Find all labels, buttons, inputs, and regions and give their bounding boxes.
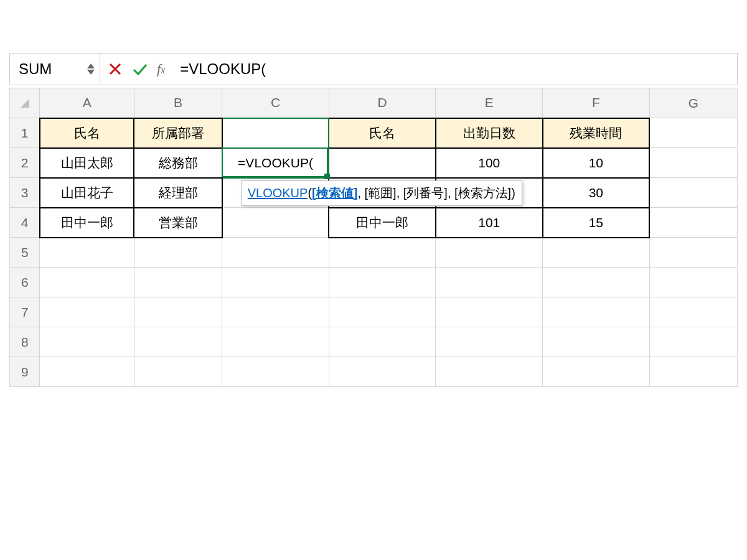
cell-B7[interactable] — [134, 297, 222, 327]
spreadsheet: A B C D E F G 1 氏名 所属部署 氏名 出勤日数 残業時間 2 山… — [9, 88, 738, 387]
cell-F4[interactable]: 15 — [543, 208, 650, 238]
name-box-value: SUM — [19, 60, 52, 78]
formula-input[interactable]: =VLOOKUP( — [174, 54, 737, 85]
cell-A2[interactable]: 山田太郎 — [40, 148, 134, 178]
row-header-7[interactable]: 7 — [10, 297, 40, 327]
cell-B1[interactable]: 所属部署 — [134, 118, 222, 148]
name-box-stepper[interactable] — [87, 63, 95, 75]
cell-A9[interactable] — [40, 357, 134, 387]
cell-C8[interactable] — [222, 327, 329, 357]
cell-E7[interactable] — [436, 297, 543, 327]
cell-G8[interactable] — [649, 327, 737, 357]
cell-F3[interactable]: 30 — [543, 178, 650, 208]
cell-F2[interactable]: 10 — [543, 148, 650, 178]
col-header-A[interactable]: A — [40, 88, 134, 118]
col-header-D[interactable]: D — [329, 88, 436, 118]
cell-A5[interactable] — [40, 238, 134, 268]
cell-F7[interactable] — [543, 297, 650, 327]
cell-B8[interactable] — [134, 327, 222, 357]
svg-marker-2 — [21, 99, 29, 108]
cell-D6[interactable] — [329, 268, 436, 297]
cell-D1[interactable]: 氏名 — [329, 118, 436, 148]
cell-G5[interactable] — [649, 238, 737, 268]
cell-C7[interactable] — [222, 297, 329, 327]
tooltip-arg-3: [列番号] — [403, 186, 448, 200]
cell-D4[interactable]: 田中一郎 — [329, 208, 436, 238]
cell-G4[interactable] — [649, 208, 737, 238]
cell-C1[interactable] — [222, 118, 329, 148]
col-header-C[interactable]: C — [222, 88, 329, 118]
cell-G3[interactable] — [649, 178, 737, 208]
cell-F6[interactable] — [543, 268, 650, 297]
col-header-G[interactable]: G — [649, 88, 737, 118]
cell-D5[interactable] — [329, 238, 436, 268]
svg-marker-1 — [87, 70, 95, 75]
row-header-8[interactable]: 8 — [10, 327, 40, 357]
tooltip-fn[interactable]: VLOOKUP — [248, 186, 308, 200]
cell-E2[interactable]: 100 — [436, 148, 543, 178]
cell-E5[interactable] — [436, 238, 543, 268]
cell-G1[interactable] — [649, 118, 737, 148]
cell-E8[interactable] — [436, 327, 543, 357]
cell-G7[interactable] — [649, 297, 737, 327]
select-all-corner[interactable] — [10, 88, 40, 118]
svg-marker-0 — [87, 63, 95, 68]
confirm-button[interactable] — [129, 58, 151, 80]
cell-B3[interactable]: 経理部 — [134, 178, 222, 208]
cancel-button[interactable] — [104, 58, 126, 80]
check-icon — [132, 62, 148, 76]
name-box[interactable]: SUM — [10, 54, 100, 85]
cell-B9[interactable] — [134, 357, 222, 387]
row-header-5[interactable]: 5 — [10, 238, 40, 268]
cell-A6[interactable] — [40, 268, 134, 297]
tooltip-arg-current[interactable]: [検索値] — [312, 186, 357, 200]
col-header-F[interactable]: F — [543, 88, 650, 118]
fx-label[interactable]: fx — [154, 61, 170, 77]
tooltip-arg-2: [範囲] — [365, 186, 397, 200]
formula-text: =VLOOKUP( — [180, 60, 266, 78]
cell-D8[interactable] — [329, 327, 436, 357]
cell-F1[interactable]: 残業時間 — [543, 118, 650, 148]
row-header-2[interactable]: 2 — [10, 148, 40, 178]
cell-E6[interactable] — [436, 268, 543, 297]
row-header-9[interactable]: 9 — [10, 357, 40, 387]
cell-D9[interactable] — [329, 357, 436, 387]
cell-A3[interactable]: 山田花子 — [40, 178, 134, 208]
cell-G9[interactable] — [649, 357, 737, 387]
row-header-3[interactable]: 3 — [10, 178, 40, 208]
cell-C6[interactable] — [222, 268, 329, 297]
cell-A8[interactable] — [40, 327, 134, 357]
chevron-down-icon — [87, 70, 95, 75]
row-header-6[interactable]: 6 — [10, 268, 40, 297]
cell-E1[interactable]: 出勤日数 — [436, 118, 543, 148]
formula-bar-buttons: fx — [100, 58, 174, 80]
cell-C2[interactable]: =VLOOKUP( — [222, 148, 329, 178]
cell-G2[interactable] — [649, 148, 737, 178]
cell-A7[interactable] — [40, 297, 134, 327]
formula-tooltip: VLOOKUP([検索値], [範囲], [列番号], [検索方法]) — [241, 180, 522, 206]
row-header-1[interactable]: 1 — [10, 118, 40, 148]
grid[interactable]: A B C D E F G 1 氏名 所属部署 氏名 出勤日数 残業時間 2 山… — [9, 88, 738, 387]
cell-B4[interactable]: 営業部 — [134, 208, 222, 238]
col-header-B[interactable]: B — [134, 88, 222, 118]
cell-B6[interactable] — [134, 268, 222, 297]
cell-D2[interactable] — [329, 148, 436, 178]
row-header-4[interactable]: 4 — [10, 208, 40, 238]
cell-F9[interactable] — [543, 357, 650, 387]
cell-E4[interactable]: 101 — [436, 208, 543, 238]
cell-A4[interactable]: 田中一郎 — [40, 208, 134, 238]
cell-C5[interactable] — [222, 238, 329, 268]
formula-bar: SUM fx =VLOOKUP( — [9, 53, 738, 85]
cell-C4[interactable] — [222, 208, 329, 238]
cell-B2[interactable]: 総務部 — [134, 148, 222, 178]
cell-D7[interactable] — [329, 297, 436, 327]
col-header-E[interactable]: E — [436, 88, 543, 118]
cell-A1[interactable]: 氏名 — [40, 118, 134, 148]
cell-F5[interactable] — [543, 238, 650, 268]
cell-C9[interactable] — [222, 357, 329, 387]
cell-E9[interactable] — [436, 357, 543, 387]
tooltip-arg-4: [検索方法] — [454, 186, 511, 200]
cell-G6[interactable] — [649, 268, 737, 297]
cell-B5[interactable] — [134, 238, 222, 268]
cell-F8[interactable] — [543, 327, 650, 357]
